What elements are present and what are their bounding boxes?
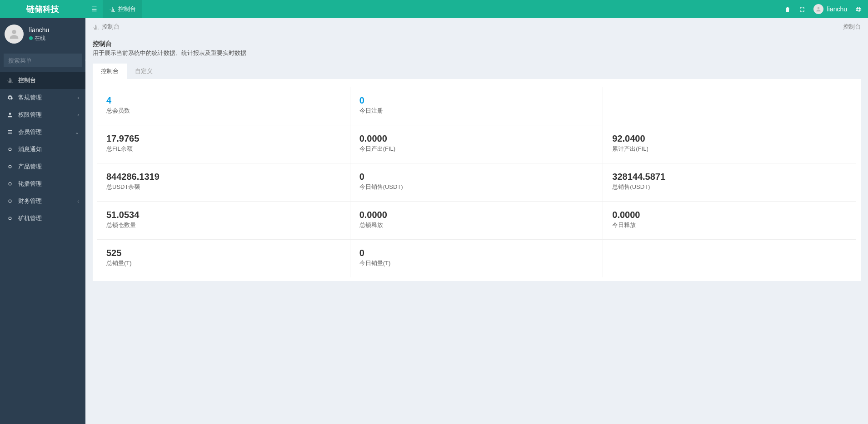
svg-point-1 <box>12 30 16 34</box>
stat-value: 0 <box>359 172 594 182</box>
stat-total-sales-volume: 525 总销量(T) <box>97 240 350 277</box>
sidebar-item-label: 控制台 <box>18 76 36 84</box>
stat-today-sales-volume: 0 今日销量(T) <box>350 240 604 277</box>
sidebar-search <box>4 54 82 67</box>
stat-today-registered: 0 今日注册 <box>350 87 604 125</box>
sidebar-item-miners[interactable]: 矿机管理 <box>0 210 85 227</box>
content-tabs: 控制台 自定义 <box>85 64 868 79</box>
stat-value: 0 <box>359 248 594 258</box>
header-tab-label: 控制台 <box>118 5 136 13</box>
breadcrumb-right-text: 控制台 <box>843 23 861 31</box>
avatar-icon <box>813 4 823 14</box>
stat-value: 0.0000 <box>359 133 594 144</box>
sidebar: lianchu 在线 控制台 常规管理 ‹ <box>0 18 85 424</box>
svg-point-5 <box>9 200 11 202</box>
stat-cumulative-output-fil: 92.0400 累计产出(FIL) <box>603 125 856 163</box>
stat-value: 51.0534 <box>106 210 341 220</box>
stat-row: 17.9765 总FIL余额 0.0000 今日产出(FIL) 92.0400 … <box>97 125 856 163</box>
panel-title: 控制台 <box>93 40 861 48</box>
svg-point-3 <box>9 165 11 168</box>
tab-custom[interactable]: 自定义 <box>127 64 161 79</box>
stat-total-fil-balance: 17.9765 总FIL余额 <box>97 125 350 163</box>
circle-icon <box>6 215 14 222</box>
circle-icon <box>6 181 14 187</box>
stat-row: 51.0534 总锁仓数量 0.0000 总锁释放 0.0000 今日释放 <box>97 202 856 240</box>
stat-today-output-fil: 0.0000 今日产出(FIL) <box>350 125 604 163</box>
top-header: 链储科技 ☰ 控制台 lianchu <box>0 0 868 18</box>
stat-label: 今日销售(USDT) <box>359 183 594 191</box>
sidebar-item-label: 常规管理 <box>18 94 42 102</box>
sidebar-item-carousel[interactable]: 轮播管理 <box>0 175 85 192</box>
sidebar-item-products[interactable]: 产品管理 <box>0 158 85 175</box>
gear-icon[interactable] <box>855 5 862 13</box>
search-input[interactable] <box>8 57 85 64</box>
stat-label: 今日释放 <box>612 221 847 229</box>
stat-value: 0 <box>359 95 594 106</box>
tab-dashboard[interactable]: 控制台 <box>93 64 127 79</box>
sidebar-item-members[interactable]: 会员管理 ⌄ <box>0 123 85 141</box>
circle-icon <box>6 163 14 170</box>
svg-point-2 <box>9 148 11 151</box>
sidebar-item-finance[interactable]: 财务管理 ‹ <box>0 192 85 210</box>
stat-label: 今日产出(FIL) <box>359 145 594 153</box>
sidebar-item-messages[interactable]: 消息通知 <box>0 141 85 158</box>
stat-today-sales-usdt: 0 今日销售(USDT) <box>350 163 604 202</box>
stat-label: 总锁释放 <box>359 221 594 229</box>
stat-label: 总USDT余额 <box>106 183 341 191</box>
sidebar-nav: 控制台 常规管理 ‹ 权限管理 ‹ 会员管理 ⌄ 消息通知 <box>0 72 85 227</box>
avatar-icon <box>5 25 24 44</box>
stat-label: 总销量(T) <box>106 259 341 267</box>
stat-total-members: 4 总会员数 <box>97 87 350 125</box>
sidebar-item-general[interactable]: 常规管理 ‹ <box>0 89 85 106</box>
fullscreen-icon[interactable] <box>799 5 805 13</box>
chevron-left-icon: ‹ <box>77 112 79 118</box>
stat-label: 总会员数 <box>106 107 341 115</box>
header-user-menu[interactable]: lianchu <box>813 4 847 14</box>
sidebar-item-label: 产品管理 <box>18 163 42 171</box>
stat-label: 累计产出(FIL) <box>612 145 847 153</box>
svg-point-4 <box>9 182 11 185</box>
stat-label: 总锁仓数量 <box>106 221 341 229</box>
menu-icon: ☰ <box>91 5 97 13</box>
users-icon <box>6 112 14 118</box>
dashboard-icon <box>93 23 99 30</box>
stat-value: 0.0000 <box>612 210 847 220</box>
breadcrumb-left-text: 控制台 <box>102 23 120 31</box>
stat-value: 0.0000 <box>359 210 594 220</box>
chevron-down-icon: ⌄ <box>75 129 79 135</box>
stat-total-lock-released: 0.0000 总锁释放 <box>350 202 604 240</box>
stat-today-released: 0.0000 今日释放 <box>603 202 856 240</box>
sidebar-item-label: 消息通知 <box>18 145 42 153</box>
sidebar-status-text: 在线 <box>35 35 45 42</box>
chevron-left-icon: ‹ <box>77 95 79 100</box>
settings-icon <box>6 94 14 101</box>
sidebar-item-dashboard[interactable]: 控制台 <box>0 72 85 89</box>
circle-icon <box>6 146 14 153</box>
header-tab-dashboard[interactable]: 控制台 <box>103 0 142 18</box>
dashboard-stats: 4 总会员数 0 今日注册 17.9765 总FIL余额 0.0000 今日产出… <box>93 79 861 281</box>
stat-row: 4 总会员数 0 今日注册 <box>97 87 856 125</box>
stat-value: 844286.1319 <box>106 172 341 182</box>
sidebar-item-permissions[interactable]: 权限管理 ‹ <box>0 106 85 123</box>
stat-label: 今日销量(T) <box>359 259 594 267</box>
chevron-left-icon: ‹ <box>77 198 79 204</box>
stat-value: 525 <box>106 248 341 258</box>
sidebar-item-label: 权限管理 <box>18 111 42 119</box>
sidebar-item-label: 会员管理 <box>18 128 42 136</box>
stat-value: 4 <box>106 95 341 106</box>
sidebar-item-label: 矿机管理 <box>18 214 42 222</box>
trash-icon[interactable] <box>784 5 791 13</box>
status-dot-icon <box>29 36 33 40</box>
dashboard-icon <box>6 77 14 84</box>
stat-label: 总销售(USDT) <box>612 183 847 191</box>
panel-header: 控制台 用于展示当前系统中的统计数据、统计报表及重要实时数据 <box>85 35 868 61</box>
sidebar-toggle-button[interactable]: ☰ <box>85 0 103 18</box>
stat-value: 92.0400 <box>612 133 847 144</box>
stat-label: 今日注册 <box>359 107 594 115</box>
svg-point-0 <box>817 7 819 9</box>
logo: 链储科技 <box>0 0 85 18</box>
stat-row: 525 总销量(T) 0 今日销量(T) <box>97 240 856 277</box>
svg-point-6 <box>9 217 11 220</box>
stat-total-locked: 51.0534 总锁仓数量 <box>97 202 350 240</box>
stat-total-sales-usdt: 328144.5871 总销售(USDT) <box>603 163 856 202</box>
